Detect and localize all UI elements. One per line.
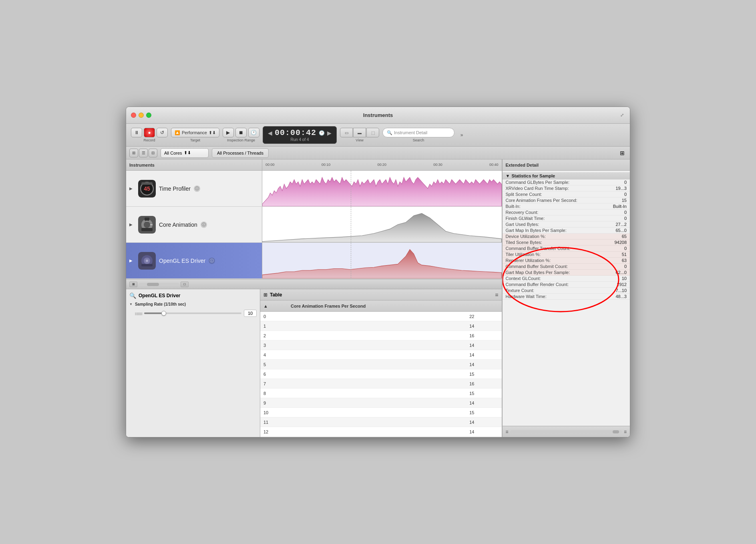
inspection-stop-button[interactable]: ⏹ xyxy=(235,128,247,137)
search-placeholder: Instrument Detail xyxy=(394,130,427,135)
table-body: 0221142163144145146157168159141015111412… xyxy=(260,312,502,437)
time-profiler-timeline[interactable] xyxy=(262,171,502,206)
table-row-5[interactable]: 514 xyxy=(260,360,502,369)
stat-value-1: 19...3 xyxy=(615,186,627,191)
table-row-8[interactable]: 815 xyxy=(260,389,502,398)
target-dropdown[interactable]: 🔼 Performance ⬆⬇ xyxy=(171,128,219,137)
threads-button[interactable]: All Processes / Threads xyxy=(212,148,269,158)
core-animation-chart xyxy=(262,207,502,242)
timeline-ruler: 00:00 00:10 00:20 00:30 00:40 xyxy=(262,163,502,167)
time-profiler-row: ▶ 45 Time Profiler ⓘ xyxy=(126,171,502,207)
inspection-start-button[interactable]: ▶ xyxy=(223,128,234,137)
stat-label-14: Command Buffer Submit Count: xyxy=(506,264,568,269)
stat-row-4: Built-In:Built-In xyxy=(503,203,630,210)
timeline-ticks: 00:00 00:10 00:20 00:30 00:40 xyxy=(265,163,499,167)
search-icon: 🔍 xyxy=(387,130,392,135)
sampling-slider[interactable]: ||||||||| xyxy=(135,312,241,315)
cores-dropdown[interactable]: All Cores ⬆⬇ xyxy=(161,148,209,158)
search-box[interactable]: 🔍 Instrument Detail xyxy=(382,128,454,137)
filter-grid-icon[interactable]: ⊟ xyxy=(149,149,157,157)
timer-left-arrow[interactable]: ◀ xyxy=(268,130,272,136)
stat-label-18: Texture Count: xyxy=(506,288,535,293)
table-row-3[interactable]: 314 xyxy=(260,341,502,350)
stat-label-5: Recovery Count: xyxy=(506,210,539,215)
opengl-timeline[interactable] xyxy=(262,243,502,278)
stat-row-14: Command Buffer Submit Count:0 xyxy=(503,264,630,270)
time-profiler-expand[interactable]: ▶ xyxy=(129,186,135,191)
grid-toggle-button[interactable]: ⊞ xyxy=(618,149,627,157)
table-row-10[interactable]: 1015 xyxy=(260,408,502,417)
stat-label-16: Context GLCount: xyxy=(506,276,541,281)
toolbar-overflow[interactable]: » xyxy=(458,130,466,140)
timer-right-arrow[interactable]: ▶ xyxy=(327,130,332,136)
core-animation-row: ▶ Core Animation ⓘ xyxy=(126,207,502,243)
resize-right-icon[interactable]: □ xyxy=(181,282,189,287)
expand-icon[interactable]: ⤢ xyxy=(619,112,625,119)
table-cell-index-9: 9 xyxy=(263,401,279,405)
timer-run: Run 4 of 4 xyxy=(290,137,309,142)
view-btn-3[interactable]: ⬚ xyxy=(366,128,379,137)
opengl-expand[interactable]: ▶ xyxy=(129,258,135,263)
record-group: ⏸ ● ↺ Record xyxy=(131,128,168,142)
table-row-11[interactable]: 1114 xyxy=(260,417,502,427)
stats-section-header[interactable]: ▼ Statistics for Sample xyxy=(503,172,630,179)
table-row-7[interactable]: 716 xyxy=(260,379,502,389)
target-icon: 🔼 xyxy=(175,130,180,135)
record-buttons: ⏸ ● ↺ xyxy=(131,128,168,137)
toolbar: ⏸ ● ↺ Record 🔼 Performance ⬆⬇ Target ▶ ⏹… xyxy=(126,124,630,147)
stat-value-15: 62...0 xyxy=(615,270,627,275)
filter-cpu-icon[interactable]: ⊞ xyxy=(129,149,138,157)
core-animation-timeline[interactable] xyxy=(262,207,502,242)
core-animation-info-icon[interactable]: ⓘ xyxy=(201,222,207,228)
slider-fill xyxy=(144,312,164,314)
timer-top: ◀ 00:00:42 🕐 ▶ xyxy=(268,128,332,137)
stat-row-10: Tiled Scene Bytes:94208 xyxy=(503,240,630,246)
view-btn-2[interactable]: ▬ xyxy=(353,128,366,137)
timeline-resize-bar: ⊞ □ xyxy=(126,279,502,289)
opengl-icon xyxy=(138,252,156,270)
close-button[interactable] xyxy=(131,113,136,118)
table-row-4[interactable]: 414 xyxy=(260,350,502,360)
slider-thumb[interactable] xyxy=(161,311,166,316)
filter-list-icon[interactable]: ☰ xyxy=(139,149,148,157)
table-options-icon[interactable]: ≡ xyxy=(495,292,498,298)
stat-row-12: Tiler Utilization %:51 xyxy=(503,252,630,258)
tick-1: 00:10 xyxy=(322,163,331,167)
table-col2-header[interactable]: Core Animation Frames Per Second xyxy=(291,304,499,308)
table-col1-header[interactable]: ▲ xyxy=(263,304,288,308)
view-btn-1[interactable]: ▭ xyxy=(340,128,353,137)
extended-scrollbar[interactable] xyxy=(510,430,622,433)
stat-label-8: Gart Map In Bytes Per Sample: xyxy=(506,228,567,233)
zoom-button[interactable] xyxy=(146,113,151,118)
table-cell-value-2: 16 xyxy=(279,333,499,338)
table-cell-value-7: 16 xyxy=(279,381,499,386)
left-detail-pane: 🔍 OpenGL ES Driver ▼ Sampling Rate (1/10… xyxy=(126,289,260,437)
stat-value-3: 15 xyxy=(622,198,627,203)
pause-button[interactable]: ⏸ xyxy=(131,128,142,137)
time-profiler-info-icon[interactable]: ⓘ xyxy=(194,185,200,192)
table-row-0[interactable]: 022 xyxy=(260,312,502,321)
refresh-button[interactable]: ↺ xyxy=(157,128,168,137)
resize-scrollbar[interactable] xyxy=(139,283,179,286)
table-cell-value-6: 15 xyxy=(279,372,499,377)
opengl-info-icon[interactable]: ⓘ xyxy=(209,258,215,264)
table-row-6[interactable]: 615 xyxy=(260,369,502,379)
instruments-col-title: Instruments xyxy=(126,159,262,170)
core-animation-expand[interactable]: ▶ xyxy=(129,222,135,227)
inspection-clock-button[interactable]: 🕐 xyxy=(248,128,259,137)
table-row-12[interactable]: 1214 xyxy=(260,427,502,437)
table-icon: ⊞ xyxy=(263,292,267,298)
stat-label-15: Gart Map Out Bytes Per Sample: xyxy=(506,270,570,275)
stat-label-17: Command Buffer Render Count: xyxy=(506,282,569,287)
resize-left-icon[interactable]: ⊞ xyxy=(129,282,137,287)
minimize-button[interactable] xyxy=(139,113,144,118)
svg-rect-11 xyxy=(145,218,149,221)
record-button[interactable]: ● xyxy=(144,128,155,137)
table-row-9[interactable]: 914 xyxy=(260,398,502,408)
instruments-column-header: Instruments 00:00 00:10 00:20 00:30 00:4… xyxy=(126,159,502,171)
table-row-2[interactable]: 216 xyxy=(260,331,502,341)
stat-value-2: 0 xyxy=(624,192,627,197)
stat-value-0: 0 xyxy=(624,180,627,185)
table-row-1[interactable]: 114 xyxy=(260,321,502,331)
stat-value-8: 65...0 xyxy=(615,228,627,233)
